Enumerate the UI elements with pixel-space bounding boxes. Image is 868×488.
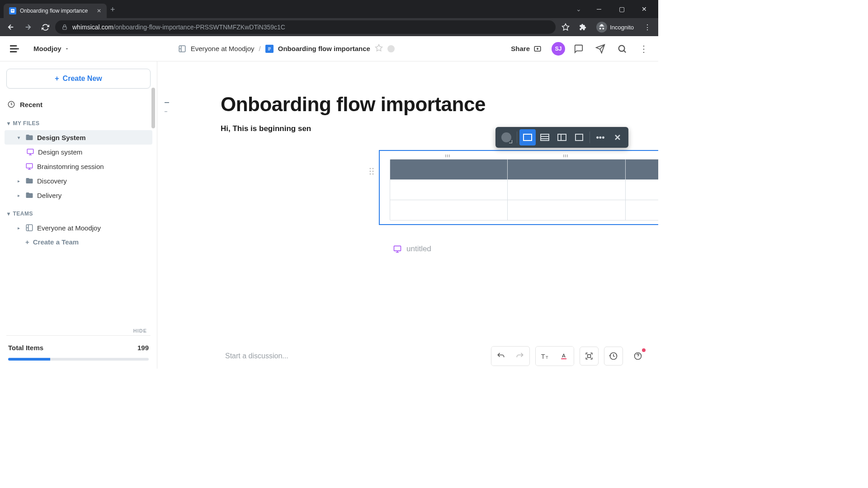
address-bar[interactable]: whimsical.com/onboarding-flow-importance…: [55, 20, 556, 34]
menu-toggle-button[interactable]: [6, 41, 23, 57]
tab-close-icon[interactable]: ✕: [97, 8, 101, 14]
discussion-input[interactable]: Start a discussion...: [225, 352, 288, 360]
history-button[interactable]: [604, 347, 623, 366]
chevron-down-icon: [64, 46, 70, 52]
untitled-board-block[interactable]: untitled: [389, 242, 658, 256]
create-new-button[interactable]: + Create New: [6, 69, 151, 89]
svg-text:T: T: [541, 353, 545, 360]
window-close-button[interactable]: ✕: [634, 2, 655, 16]
url-path: /onboarding-flow-importance-PRSSWTNMFZKw…: [113, 23, 285, 31]
bookmark-star-icon[interactable]: [558, 20, 573, 34]
svg-rect-29: [394, 246, 401, 251]
table-style-1-button[interactable]: [519, 129, 536, 145]
send-icon[interactable]: [592, 41, 609, 57]
share-label: Share: [511, 45, 530, 52]
total-value: 199: [137, 344, 149, 352]
workspace-switcher[interactable]: Moodjoy: [33, 45, 70, 52]
sidebar-scrollbar[interactable]: [151, 88, 155, 324]
table-block[interactable]: [379, 150, 658, 225]
folder-icon: [25, 191, 33, 199]
page-title[interactable]: Onboarding flow importance: [221, 93, 591, 116]
text-color-button[interactable]: A: [555, 347, 574, 366]
table-cell[interactable]: [626, 200, 658, 220]
table-row[interactable]: [390, 179, 658, 200]
help-button[interactable]: [628, 347, 647, 366]
favorite-star-icon[interactable]: [375, 44, 383, 53]
clock-icon: [7, 100, 15, 108]
sidebar-item-brainstorming[interactable]: Brainstomring session: [5, 159, 152, 174]
divider: [517, 131, 517, 143]
sidebar-item-team-everyone[interactable]: ▸ Everyone at Moodjoy: [5, 221, 152, 235]
my-files-label: MY FILES: [13, 120, 40, 127]
more-options-button[interactable]: •••: [592, 129, 609, 145]
caret-down-icon: ▾: [7, 211, 10, 217]
table-style-4-button[interactable]: [571, 129, 587, 145]
workspace-name: Moodjoy: [33, 45, 61, 52]
more-menu-icon[interactable]: ⋮: [636, 41, 652, 57]
browser-tab[interactable]: Onboarding flow importance ✕: [4, 4, 107, 18]
browser-menu-icon[interactable]: ⋮: [640, 20, 655, 34]
user-avatar[interactable]: SJ: [552, 42, 565, 56]
redo-button[interactable]: [510, 347, 529, 366]
breadcrumb-parent[interactable]: Everyone at Moodjoy: [191, 45, 255, 52]
column-handle[interactable]: [625, 155, 658, 157]
breadcrumb: Everyone at Moodjoy / Onboarding flow im…: [178, 44, 395, 53]
svg-rect-22: [576, 134, 583, 141]
tabs-dropdown-icon[interactable]: ⌄: [571, 5, 587, 13]
hide-button[interactable]: HIDE: [5, 326, 152, 335]
table-header-cell[interactable]: [508, 160, 625, 179]
svg-text:A: A: [562, 352, 566, 358]
forward-button[interactable]: [21, 20, 35, 34]
table-row[interactable]: [390, 200, 658, 220]
column-handle[interactable]: [508, 155, 626, 157]
recent-button[interactable]: Recent: [5, 97, 152, 112]
share-button[interactable]: Share: [506, 42, 546, 56]
table-cell[interactable]: [390, 180, 508, 200]
folder-icon: [25, 177, 33, 185]
outline-marker[interactable]: [165, 111, 167, 112]
comments-icon[interactable]: [571, 41, 587, 57]
my-files-section[interactable]: ▾ MY FILES: [5, 112, 152, 130]
window-maximize-button[interactable]: ▢: [611, 2, 632, 16]
color-picker-button[interactable]: [498, 129, 514, 145]
teams-section[interactable]: ▾ TEAMS: [5, 202, 152, 221]
teams-label: TEAMS: [13, 211, 33, 217]
text-size-button[interactable]: TT: [536, 347, 555, 366]
document-canvas[interactable]: Onboarding flow importance Hi, This is b…: [157, 61, 658, 369]
svg-point-11: [619, 45, 625, 51]
extensions-icon[interactable]: [576, 20, 590, 34]
table-header-cell[interactable]: [626, 160, 658, 179]
sidebar-item-delivery[interactable]: ▸ Delivery: [5, 188, 152, 202]
table-header-row[interactable]: [390, 160, 658, 179]
table[interactable]: [390, 159, 658, 221]
reload-button[interactable]: [38, 20, 52, 34]
svg-point-23: [370, 168, 371, 169]
undo-button[interactable]: [491, 347, 510, 366]
table-style-3-button[interactable]: [554, 129, 570, 145]
search-icon[interactable]: [614, 41, 630, 57]
drag-handle-icon[interactable]: [369, 167, 374, 177]
total-items-row: Total Items 199: [5, 342, 152, 353]
table-header-cell[interactable]: [390, 160, 508, 179]
sidebar-item-design-system-folder[interactable]: ▾ Design System: [5, 130, 152, 145]
table-cell[interactable]: [626, 180, 658, 200]
create-team-button[interactable]: + Create a Team: [5, 235, 152, 249]
divider: [6, 335, 151, 336]
sidebar-item-design-system-board[interactable]: Design system: [5, 145, 152, 159]
close-toolbar-button[interactable]: [609, 129, 626, 145]
sidebar-item-discovery[interactable]: ▸ Discovery: [5, 174, 152, 188]
table-cell[interactable]: [508, 200, 625, 220]
table-cell[interactable]: [508, 180, 625, 200]
fullscreen-button[interactable]: [580, 347, 599, 366]
sidebar-item-label: Brainstomring session: [37, 163, 104, 170]
new-tab-button[interactable]: +: [107, 1, 119, 18]
window-minimize-button[interactable]: ─: [589, 2, 609, 16]
table-style-2-button[interactable]: [537, 129, 553, 145]
column-handle[interactable]: [390, 155, 508, 157]
table-cell[interactable]: [390, 200, 508, 220]
team-icon: [178, 45, 186, 53]
outline-marker[interactable]: [165, 102, 169, 103]
incognito-badge[interactable]: Incognito: [593, 22, 637, 33]
svg-point-26: [373, 171, 374, 172]
back-button[interactable]: [4, 20, 18, 34]
